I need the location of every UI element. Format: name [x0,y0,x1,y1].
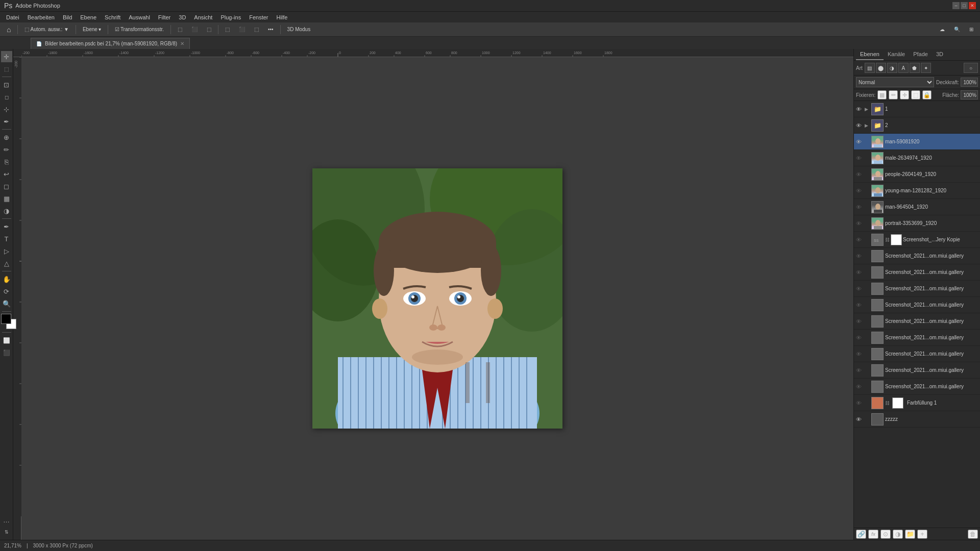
eye-icon-youngman[interactable]: 👁 [856,188,863,194]
arrange-windows-btn[interactable]: ⊞ [966,24,977,35]
tool-rotate[interactable]: ⟳ [1,286,12,297]
eye-icon-ss9[interactable]: 👁 [856,384,863,390]
filter-smartobj-btn[interactable]: ✦ [921,63,931,73]
layer-ss5[interactable]: 👁 Screenshot_2021...om.miui.gallery [854,313,980,330]
eye-icon-group1[interactable]: 👁 [856,106,863,112]
layer-man-59081920[interactable]: 👁 man-59081920 [854,134,980,150]
menu-auswahl[interactable]: Auswahl [125,13,154,21]
more-options-btn[interactable]: ••• [264,24,277,35]
lock-pixels-btn[interactable]: ✏ [889,90,898,99]
layer-delete-btn[interactable]: 🗑 [968,530,978,539]
tab-pfade[interactable]: Pfade [909,49,932,60]
layer-ss7[interactable]: 👁 Screenshot_2021...om.miui.gallery [854,346,980,362]
eye-icon-ss6[interactable]: 👁 [856,335,863,341]
menu-ansicht[interactable]: Ansicht [190,13,216,21]
menu-plugins[interactable]: Plug-ins [216,13,245,21]
layer-group-2[interactable]: 👁 ▶ 📁 2 [854,117,980,134]
mode-3d-btn[interactable]: 3D Modus [284,24,314,35]
layer-screenshot-copy[interactable]: 👁 SS ⛓ Screenshot_...Jery Kopie [854,232,980,248]
layer-link-btn[interactable]: 🔗 [856,530,866,539]
layer-farb1[interactable]: 👁 ⛓ Farbfüllung 1 [854,395,980,411]
layers-list[interactable]: 👁 ▶ 📁 1 👁 ▶ 📁 2 [854,101,980,528]
home-button[interactable]: ⌂ [3,24,14,35]
tool-path[interactable]: ▷ [1,245,12,257]
filter-adjustment-btn[interactable]: ◑ [887,63,897,73]
filter-shape-btn[interactable]: ⬟ [910,63,920,73]
tool-shape[interactable]: △ [1,258,12,269]
tab-kanaele[interactable]: Kanäle [884,49,909,60]
tool-heal[interactable]: ⊕ [1,132,12,143]
search-btn[interactable]: 🔍 [950,24,964,35]
canvas-area[interactable] [21,57,853,540]
layer-mask-btn[interactable]: ⊙ [880,530,891,539]
tool-lasso[interactable]: ⊡ [1,79,12,90]
lock-artboard-btn[interactable]: ⬚ [911,90,920,99]
eye-icon-zzzzz[interactable]: 👁 [856,416,863,422]
tool-select[interactable]: ◻ [1,91,12,103]
layer-youngman[interactable]: 👁 young-man-1281282_1920 [854,183,980,199]
eye-icon-man59[interactable]: 👁 [856,139,863,145]
tool-pen[interactable]: ✒ [1,221,12,232]
menu-filter[interactable]: Filter [154,13,175,21]
tool-crop[interactable]: ⊹ [1,104,12,115]
tool-hand[interactable]: ✋ [1,273,12,285]
tool-extras[interactable]: … [1,514,12,525]
layer-add-btn[interactable]: + [917,530,927,539]
align-top-btn[interactable]: ⬚ [174,24,186,35]
eye-icon-ss7[interactable]: 👁 [856,351,863,357]
eye-icon-ss3[interactable]: 👁 [856,286,863,292]
tool-arrange[interactable]: ⇅ [1,527,12,538]
blend-mode-select[interactable]: Normal Multiplizieren Bildschirm [856,77,934,87]
menu-datei[interactable]: Datei [2,13,23,21]
layer-portrait3353699[interactable]: 👁 portrait-3353699_1920 [854,215,980,232]
transform-checkbox[interactable]: ☑ Transformationsstr. [111,24,167,35]
layer-group-1[interactable]: 👁 ▶ 📁 1 [854,101,980,117]
close-button[interactable]: ✕ [969,2,976,9]
lock-all-btn[interactable]: 🔒 [922,90,932,99]
eye-icon-ss4[interactable]: 👁 [856,302,863,308]
layer-ss6[interactable]: 👁 Screenshot_2021...om.miui.gallery [854,330,980,346]
eye-icon-people2604[interactable]: 👁 [856,171,863,178]
tool-text[interactable]: T [1,233,12,244]
tool-eraser[interactable]: ◻ [1,181,12,192]
maximize-button[interactable]: □ [961,2,968,9]
eye-icon-farb1[interactable]: 👁 [856,400,863,406]
align-middle-btn[interactable]: ⬛ [188,24,201,35]
cloud-icon-btn[interactable]: ☁ [936,24,948,35]
file-tab-close[interactable]: ✕ [180,41,184,46]
layer-group-btn[interactable]: 📁 [905,530,915,539]
filter-kind-btn[interactable]: ▤ [865,63,875,73]
eye-icon-ss2[interactable]: 👁 [856,269,863,276]
menu-fenster[interactable]: Fenster [245,13,272,21]
tool-frame[interactable]: ⬛ [1,347,12,358]
tool-zoom[interactable]: 🔍 [1,298,12,309]
layer-dropdown-btn[interactable]: Ebene ▾ [79,24,105,35]
distribute-right-btn[interactable]: ⬚ [251,24,262,35]
eye-icon-ss8[interactable]: 👁 [856,367,863,373]
tool-gradient[interactable]: ▦ [1,193,12,204]
title-bar-controls[interactable]: – □ ✕ [952,2,976,9]
layer-people-2604149[interactable]: 👁 people-2604149_1920 [854,166,980,183]
layer-ss9[interactable]: 👁 Screenshot_2021...om.miui.gallery [854,379,980,395]
layer-ss4[interactable]: 👁 Screenshot_2021...om.miui.gallery [854,297,980,313]
eye-icon-ss5[interactable]: 👁 [856,318,863,324]
tool-clone[interactable]: ⎘ [1,156,12,167]
expand-icon-group1[interactable]: ▶ [865,107,870,112]
tool-brush[interactable]: ✏ [1,144,12,155]
tool-eyedropper[interactable]: ✒ [1,116,12,127]
opacity-input[interactable] [961,78,978,87]
distribute-left-btn[interactable]: ⬚ [222,24,233,35]
layer-ss8[interactable]: 👁 Screenshot_2021...om.miui.gallery [854,362,980,379]
eye-icon-group2[interactable]: 👁 [856,122,863,129]
layer-male-2634974[interactable]: 👁 male-2634974_1920 [854,150,980,166]
tool-artboard[interactable]: ⬚ [1,63,12,74]
layer-adjustment-btn[interactable]: ◑ [893,530,903,539]
eye-icon-ss1[interactable]: 👁 [856,253,863,259]
foreground-color-swatch[interactable] [1,314,11,324]
layer-fx-btn[interactable]: fx [868,530,878,539]
tab-3d[interactable]: 3D [932,49,947,60]
layer-ss2[interactable]: 👁 Screenshot_2021...om.miui.gallery [854,264,980,281]
file-tab[interactable]: 📄 Bilder bearbeiten.psdc bei 21,7% (man-… [31,38,190,49]
layer-zzzzz[interactable]: 👁 zzzzz [854,411,980,428]
layer-ss1[interactable]: 👁 Screenshot_2021...om.miui.gallery [854,248,980,264]
